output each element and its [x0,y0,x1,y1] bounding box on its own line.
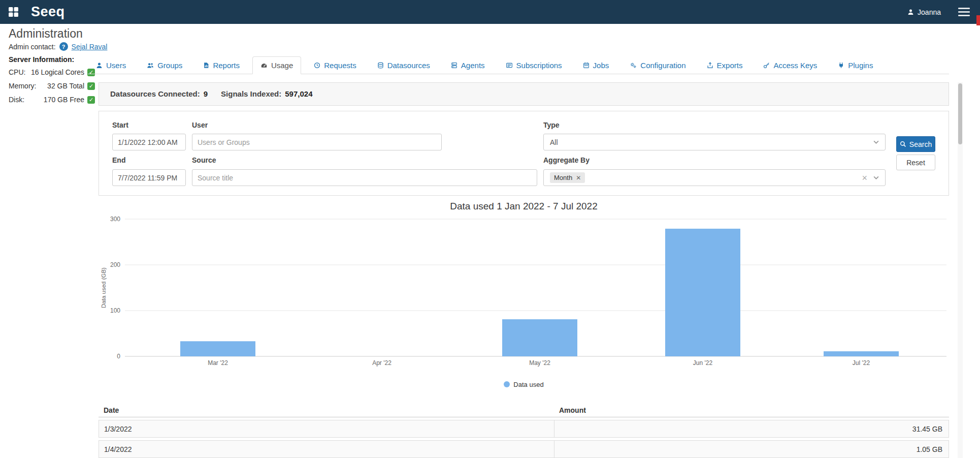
usage-bar-chart: 0100200300Mar '22Apr '22May '22Jun '22Ju… [99,214,949,373]
server-stat-value: 16 Logical Cores [31,68,84,76]
user-menu[interactable]: Joanna [907,8,941,16]
server-stat-label: Disk: [9,96,24,104]
server-info: Server Information: CPU:16 Logical Cores… [9,55,95,109]
legend-item[interactable]: Data used [504,380,543,389]
subscriptions-icon [506,62,513,69]
svg-text:May '22: May '22 [529,359,550,367]
svg-text:300: 300 [110,216,120,223]
svg-text:Apr '22: Apr '22 [372,359,391,367]
signals-indexed-value: 597,024 [285,89,312,98]
server-info-row: Disk:170 GB Free✓ [9,96,95,104]
chevron-down-icon [873,176,879,179]
datasources-connected-value: 9 [204,89,208,98]
history-icon [314,62,320,69]
signals-indexed-label: Signals Indexed: [221,89,281,98]
cell-date: 1/3/2022 [99,420,554,437]
type-select[interactable]: All [543,134,886,150]
source-label: Source [192,156,216,164]
reset-button[interactable]: Reset [896,155,935,170]
edge-red-indicator [976,15,980,25]
green-check-icon: ✓ [87,96,95,104]
tab-label: Exports [717,61,743,70]
vertical-scrollbar[interactable] [958,82,963,458]
start-label: Start [112,121,128,129]
tab-label: Users [106,61,126,70]
aggregate-by-label: Aggregate By [543,156,590,164]
app-root: Seeq Joanna Administration Admin contact… [0,0,980,458]
top-navbar: Seeq Joanna [0,0,980,24]
tab-label: Subscriptions [516,61,562,70]
export-icon [707,62,713,69]
tab-usage[interactable]: Usage [252,56,301,74]
admin-contact: Admin contact: ? Sejal Raval [9,42,107,51]
admin-contact-link[interactable]: Sejal Raval [72,43,108,51]
datasources-connected-label: Datasources Connected: [110,89,200,98]
user-input[interactable] [192,134,442,150]
clear-selection-icon[interactable]: × [862,173,867,182]
server-icon [451,62,458,69]
tab-groups[interactable]: Groups [139,56,190,74]
apps-grid-icon[interactable] [8,7,19,17]
table-row: 1/3/202231.45 GB [99,420,949,438]
tab-subscriptions[interactable]: Subscriptions [498,56,570,74]
scrollbar-thumb[interactable] [958,83,962,144]
tab-plugins[interactable]: Plugins [830,56,881,74]
database-icon [377,62,384,69]
seeq-logo: Seeq [31,4,65,20]
server-stat-label: Memory: [9,82,36,90]
stats-bar: Datasources Connected:9Signals Indexed:5… [99,82,949,106]
end-date-input[interactable] [112,169,186,186]
user-name: Joanna [918,8,941,16]
green-check-icon: ✓ [87,82,95,90]
column-header-amount: Amount [554,404,949,417]
svg-text:Jul '22: Jul '22 [853,359,870,367]
tab-requests[interactable]: Requests [306,56,364,74]
svg-text:100: 100 [110,307,120,314]
tab-reports[interactable]: Reports [195,56,248,74]
report-icon [203,62,209,69]
end-label: End [112,156,125,164]
tab-access-keys[interactable]: Access Keys [755,56,825,74]
tab-label: Groups [157,61,182,70]
tab-agents[interactable]: Agents [443,56,493,74]
cell-amount: 1.05 GB [554,441,949,457]
aggregate-by-select[interactable]: Month ✕ × [543,169,886,186]
tab-jobs[interactable]: Jobs [575,56,617,74]
gauge-icon [260,62,268,69]
tab-users[interactable]: Users [88,56,134,74]
usage-tab-content: Datasources Connected:9Signals Indexed:5… [99,82,949,458]
key-icon [763,62,770,69]
remove-tag-icon[interactable]: ✕ [576,174,581,181]
svg-text:Jun '22: Jun '22 [693,359,713,367]
server-info-row: Memory:32 GB Total✓ [9,82,95,90]
server-stat-value: 170 GB Free [44,96,84,104]
chevron-down-icon [873,140,879,144]
tab-label: Reports [213,61,240,70]
tab-label: Plugins [848,61,873,70]
usage-table: Date Amount 1/3/202231.45 GB1/4/20221.05… [99,404,949,458]
chart-legend: Data used [99,380,949,389]
tab-bar: UsersGroupsReportsUsageRequestsDatasourc… [88,56,949,74]
page-title: Administration [9,27,83,41]
legend-marker-icon [504,381,510,387]
start-date-input[interactable] [112,134,186,150]
tab-exports[interactable]: Exports [699,56,751,74]
tab-label: Access Keys [773,61,817,70]
search-button[interactable]: Search [896,136,935,152]
cell-amount: 31.45 GB [554,420,949,437]
tab-datasources[interactable]: Datasources [369,56,438,74]
users-icon [147,62,154,69]
hamburger-menu-icon[interactable] [958,7,970,17]
user-icon [907,9,914,15]
tab-configuration[interactable]: Configuration [622,56,694,74]
tab-label: Usage [271,61,293,70]
svg-text:0: 0 [117,353,120,360]
help-question-icon[interactable]: ? [59,42,68,51]
table-header-row: Date Amount [99,404,949,417]
gears-icon [630,62,637,69]
tab-label: Requests [324,61,356,70]
source-input[interactable] [192,169,537,186]
svg-text:200: 200 [110,261,120,268]
tab-label: Configuration [640,61,685,70]
tab-label: Datasources [387,61,430,70]
